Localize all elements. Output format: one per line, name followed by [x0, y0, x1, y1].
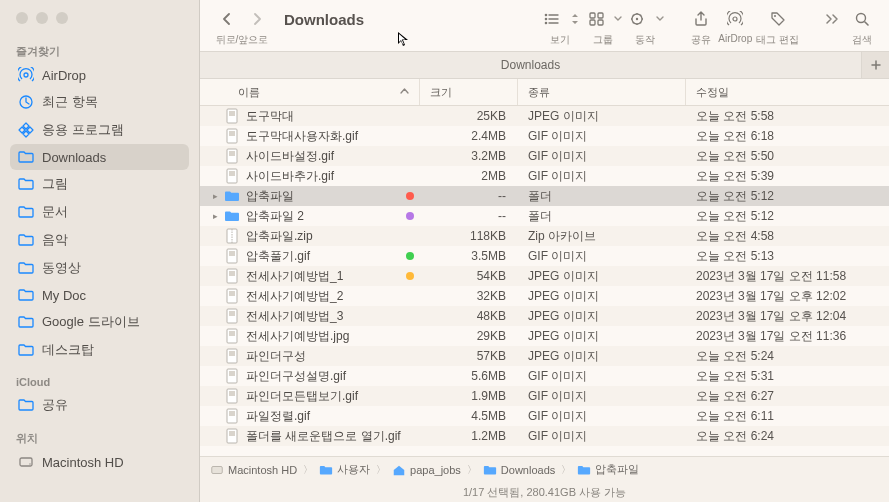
file-size: 54KB: [420, 269, 518, 283]
sidebar-item[interactable]: 최근 항목: [10, 88, 189, 116]
file-row[interactable]: 사이드바추가.gif 2MB GIF 이미지 오늘 오전 5:39: [200, 166, 889, 186]
column-name[interactable]: 이름: [200, 79, 420, 105]
minimize-dot[interactable]: [36, 12, 48, 24]
file-kind: GIF 이미지: [518, 408, 686, 425]
file-size: 2MB: [420, 169, 518, 183]
sidebar-item[interactable]: My Doc: [10, 282, 189, 308]
file-name: 폴더를 새로운탭으로 열기.gif: [246, 428, 420, 445]
sidebar-item[interactable]: Macintosh HD: [10, 449, 189, 475]
file-kind: GIF 이미지: [518, 128, 686, 145]
file-row[interactable]: 폴더를 새로운탭으로 열기.gif 1.2MB GIF 이미지 오늘 오전 6:…: [200, 426, 889, 446]
file-icon: [224, 128, 240, 144]
svg-rect-28: [227, 229, 237, 243]
sidebar-item[interactable]: 문서: [10, 198, 189, 226]
sidebar-item[interactable]: 데스크탑: [10, 336, 189, 364]
forward-button[interactable]: [244, 8, 270, 30]
view-group[interactable]: 보기: [540, 8, 580, 47]
tag-label: 태그 편집: [756, 33, 799, 47]
share-group[interactable]: 공유: [688, 8, 714, 47]
svg-rect-2: [20, 458, 32, 466]
file-row[interactable]: 도구막대 25KB JPEG 이미지 오늘 오전 5:58: [200, 106, 889, 126]
sidebar-item[interactable]: 음악: [10, 226, 189, 254]
sidebar-section-title: 즐겨찾기: [10, 38, 189, 62]
grid-icon: [584, 8, 610, 30]
path-crumb[interactable]: 압축파일: [577, 462, 639, 477]
nav-label: 뒤로/앞으로: [216, 33, 269, 47]
file-name: 압축풀기.gif: [246, 248, 404, 265]
file-kind: JPEG 이미지: [518, 308, 686, 325]
column-size[interactable]: 크기: [420, 79, 518, 105]
file-kind: GIF 이미지: [518, 428, 686, 445]
path-crumb[interactable]: papa_jobs: [392, 463, 461, 477]
sidebar-item[interactable]: 동영상: [10, 254, 189, 282]
file-size: --: [420, 209, 518, 223]
tag-group[interactable]: 태그 편집: [756, 8, 799, 47]
file-row[interactable]: 도구막대사용자화.gif 2.4MB GIF 이미지 오늘 오전 6:18: [200, 126, 889, 146]
svg-rect-25: [229, 151, 235, 156]
file-row[interactable]: 전세사기예방법_2 32KB JPEG 이미지 2023년 3월 17일 오후 …: [200, 286, 889, 306]
airdrop-icon: [722, 8, 748, 30]
file-size: 48KB: [420, 309, 518, 323]
tab-current[interactable]: Downloads: [200, 52, 861, 78]
file-row[interactable]: 전세사기예방법_3 48KB JPEG 이미지 2023년 3월 17일 오후 …: [200, 306, 889, 326]
disclosure-triangle[interactable]: ▸: [210, 191, 220, 201]
color-tag: [406, 192, 414, 200]
column-date[interactable]: 수정일: [686, 79, 889, 105]
svg-rect-44: [229, 391, 235, 396]
sidebar-item-label: AirDrop: [42, 68, 86, 83]
svg-rect-32: [229, 271, 235, 276]
back-button[interactable]: [214, 8, 240, 30]
file-row[interactable]: 사이드바설정.gif 3.2MB GIF 이미지 오늘 오전 5:50: [200, 146, 889, 166]
path-crumb[interactable]: 사용자: [319, 462, 370, 477]
file-date: 오늘 오전 5:58: [686, 108, 889, 125]
path-bar[interactable]: Macintosh HD〉사용자〉papa_jobs〉Downloads〉압축파…: [200, 456, 889, 482]
file-name: 파인더구성설명.gif: [246, 368, 420, 385]
overflow-group[interactable]: [819, 8, 845, 44]
file-row[interactable]: 전세사기예방법.jpg 29KB JPEG 이미지 2023년 3월 17일 오…: [200, 326, 889, 346]
svg-rect-10: [590, 13, 595, 18]
action-label: 동작: [635, 33, 655, 47]
file-name: 전세사기예방법.jpg: [246, 328, 420, 345]
path-crumb[interactable]: Downloads: [483, 463, 555, 477]
file-name: 압축파일: [246, 188, 404, 205]
file-icon: [224, 248, 240, 264]
file-row[interactable]: ▸ 압축파일 2 -- 폴더 오늘 오전 5:12: [200, 206, 889, 226]
svg-rect-34: [229, 291, 235, 296]
file-name: 전세사기예방법_3: [246, 308, 420, 325]
airdrop-group[interactable]: AirDrop: [718, 8, 752, 44]
sidebar-item[interactable]: AirDrop: [10, 62, 189, 88]
add-tab-button[interactable]: [861, 52, 889, 78]
file-row[interactable]: 파인더모든탭보기.gif 1.9MB GIF 이미지 오늘 오전 6:27: [200, 386, 889, 406]
column-kind[interactable]: 종류: [518, 79, 686, 105]
svg-rect-11: [598, 13, 603, 18]
file-size: 5.6MB: [420, 369, 518, 383]
file-kind: GIF 이미지: [518, 368, 686, 385]
path-crumb[interactable]: Macintosh HD: [210, 463, 297, 477]
file-row[interactable]: 압축풀기.gif 3.5MB GIF 이미지 오늘 오전 5:13: [200, 246, 889, 266]
sidebar-item[interactable]: 응용 프로그램: [10, 116, 189, 144]
file-size: 32KB: [420, 289, 518, 303]
disclosure-triangle[interactable]: ▸: [210, 211, 220, 221]
file-kind: GIF 이미지: [518, 168, 686, 185]
sidebar-item[interactable]: Downloads: [10, 144, 189, 170]
sidebar-item[interactable]: 공유: [10, 391, 189, 419]
file-date: 오늘 오전 5:24: [686, 348, 889, 365]
file-row[interactable]: 파인더구성설명.gif 5.6MB GIF 이미지 오늘 오전 5:31: [200, 366, 889, 386]
sidebar-item[interactable]: 그림: [10, 170, 189, 198]
file-row[interactable]: 전세사기예방법_1 54KB JPEG 이미지 2023년 3월 17일 오전 …: [200, 266, 889, 286]
file-row[interactable]: 압축파일.zip 118KB Zip 아카이브 오늘 오전 4:58: [200, 226, 889, 246]
sidebar-item-label: 데스크탑: [42, 341, 94, 359]
file-list[interactable]: 도구막대 25KB JPEG 이미지 오늘 오전 5:58 도구막대사용자화.g…: [200, 106, 889, 456]
search-group[interactable]: 검색: [849, 8, 875, 47]
group-group[interactable]: 그룹: [584, 8, 622, 47]
action-group[interactable]: 동작: [626, 8, 664, 47]
file-row[interactable]: 파일정렬.gif 4.5MB GIF 이미지 오늘 오전 6:11: [200, 406, 889, 426]
sidebar-item[interactable]: Google 드라이브: [10, 308, 189, 336]
file-name: 압축파일 2: [246, 208, 404, 225]
zoom-dot[interactable]: [56, 12, 68, 24]
file-row[interactable]: 파인더구성 57KB JPEG 이미지 오늘 오전 5:24: [200, 346, 889, 366]
file-row[interactable]: ▸ 압축파일 -- 폴더 오늘 오전 5:12: [200, 186, 889, 206]
close-dot[interactable]: [16, 12, 28, 24]
column-size-label: 크기: [430, 85, 452, 100]
file-date: 오늘 오전 6:11: [686, 408, 889, 425]
